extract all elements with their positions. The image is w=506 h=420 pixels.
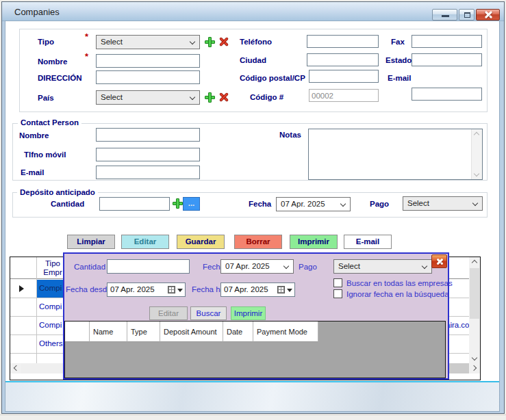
cantidad-input[interactable] (99, 197, 170, 211)
scroll-down-icon (474, 171, 479, 176)
scroll-left-button[interactable] (10, 363, 21, 373)
search-all-companies-checkbox[interactable] (333, 278, 342, 287)
deposit-title: Depósito anticipado (17, 188, 98, 196)
minimize-icon (442, 15, 449, 17)
grid-row-cell[interactable]: Others (39, 339, 66, 347)
form-client-area: Tipo * Select Teléfono Fax Nombre * Ciud… (5, 21, 499, 411)
maximize-button[interactable] (459, 9, 475, 21)
fax-input[interactable] (412, 35, 482, 48)
telefono-input[interactable] (307, 35, 379, 48)
chevron-down-icon (472, 200, 478, 206)
contact-email-label: E-mail (21, 168, 45, 176)
borrar-button[interactable]: Borrar (234, 235, 282, 249)
titlebar[interactable]: Companies (2, 2, 504, 21)
dropdown-arrow-icon (287, 289, 292, 292)
popup-pago-select[interactable]: Select (333, 259, 432, 274)
fecha-select[interactable]: 07 Apr. 2025 (276, 197, 351, 211)
chevron-down-icon (190, 39, 195, 44)
popup-fecha-select[interactable]: 07 Apr. 2025 (220, 259, 294, 274)
search-all-companies-label: Buscar en todas las empresas (346, 279, 453, 287)
deposits-grid[interactable]: Name Type Deposit Amount Date Payment Mo… (64, 321, 446, 378)
deposit-search-popup: Cantidad Fecha 07 Apr. 2025 Pago Select … (63, 252, 449, 380)
notas-textarea[interactable] (308, 129, 483, 180)
deposits-grid-header-date: Date (223, 321, 253, 342)
fecha-select-value: 07 Apr. 2025 (281, 200, 325, 208)
notas-label: Notas (279, 131, 301, 139)
pago-select-value: Select (407, 199, 429, 207)
grid-row-cell[interactable]: Compi (39, 302, 66, 311)
companies-window: Companies Tipo * Select Teléfono Fax Nom… (1, 1, 505, 414)
email-button[interactable]: E-mail (344, 235, 392, 249)
tipo-select[interactable]: Select (96, 35, 200, 49)
delete-pais-icon[interactable] (218, 91, 230, 103)
fecha-label: Fecha (249, 200, 271, 208)
popup-close-button[interactable] (431, 254, 447, 268)
scroll-up-icon (472, 260, 477, 265)
pago-label: Pago (370, 200, 389, 208)
pago-select[interactable]: Select (403, 196, 483, 211)
scroll-left-icon (14, 365, 19, 371)
ciudad-input[interactable] (307, 53, 379, 66)
popup-cantidad-input[interactable] (107, 259, 190, 274)
ignore-date-checkbox[interactable] (333, 289, 342, 298)
email-label: E-mail (388, 74, 412, 82)
email-input[interactable] (412, 88, 482, 101)
minimize-button[interactable] (432, 9, 457, 21)
grid-vertical-scrollbar[interactable] (469, 257, 480, 363)
vertical-scroll-thumb[interactable] (470, 268, 479, 319)
nombre-required-marker: * (85, 51, 88, 62)
fax-label: Fax (391, 38, 405, 46)
contact-nombre-input[interactable] (96, 128, 200, 142)
scroll-down-icon (472, 355, 477, 360)
scroll-right-button[interactable] (469, 363, 480, 373)
grid-row-cell[interactable]: Compi (39, 321, 66, 329)
browse-deposits-button[interactable]: ... (183, 197, 200, 211)
close-button[interactable] (476, 9, 500, 21)
contact-email-input[interactable] (96, 166, 200, 179)
popup-editar-button[interactable]: Editar (149, 306, 188, 320)
fecha-hasta-label: Fecha hasta (192, 285, 220, 293)
grid-row-cell[interactable]: Compi (39, 284, 66, 292)
pais-select-value: Select (101, 93, 123, 101)
estado-input[interactable] (412, 53, 482, 66)
add-deposit-icon[interactable] (172, 198, 184, 209)
codigo-input (309, 89, 379, 102)
add-pais-icon[interactable] (204, 92, 216, 103)
deposits-grid-header-payment-mode: Payment Mode (253, 321, 318, 342)
tipo-required-marker: * (85, 31, 88, 42)
pais-select[interactable]: Select (96, 90, 200, 105)
popup-imprimir-button[interactable]: Imprimir (231, 306, 266, 320)
direccion-input[interactable] (96, 70, 200, 84)
editar-button[interactable]: Editar (121, 235, 169, 249)
delete-tipo-icon[interactable] (218, 36, 230, 48)
popup-buscar-button[interactable]: Buscar (190, 306, 227, 320)
ignore-date-label: Ignorar fecha en la búsqueda (346, 290, 449, 298)
fecha-hasta-picker[interactable]: 07 Apr. 2025 (220, 283, 295, 297)
telefono-label: Teléfono (240, 38, 272, 46)
imprimir-button[interactable]: Imprimir (290, 235, 338, 249)
limpiar-button[interactable]: Limpiar (67, 235, 115, 249)
fecha-desde-value: 07 Apr. 2025 (110, 285, 155, 293)
contact-person-title: Contact Person (18, 118, 81, 127)
grid-email-cell[interactable]: aira.com (446, 321, 469, 329)
tipo-select-value: Select (101, 38, 123, 46)
codigo-postal-input[interactable] (309, 70, 379, 83)
fecha-desde-label: Fecha desde (66, 285, 107, 293)
guardar-button[interactable]: Guardar (177, 235, 225, 249)
fecha-hasta-value: 07 Apr. 2025 (224, 285, 268, 293)
deposits-grid-header-deposit-amount: Deposit Amount (160, 321, 223, 342)
dropdown-arrow-icon (177, 289, 183, 292)
add-tipo-icon[interactable] (204, 36, 216, 48)
chevron-down-icon (283, 263, 289, 269)
contact-tlfno-input[interactable] (96, 148, 200, 161)
window-title: Companies (14, 7, 60, 17)
contact-nombre-label: Nombre (19, 131, 49, 140)
notas-scrollbar[interactable] (471, 129, 482, 179)
scroll-up-icon (474, 132, 479, 137)
cantidad-label: Cantidad (51, 200, 84, 208)
nombre-input[interactable] (96, 54, 200, 68)
form-background-image (5, 381, 499, 411)
contact-tlfno-label: Tlfno móvil (24, 150, 66, 159)
popup-fecha-value: 07 Apr. 2025 (225, 262, 270, 270)
fecha-desde-picker[interactable]: 07 Apr. 2025 (107, 283, 186, 297)
